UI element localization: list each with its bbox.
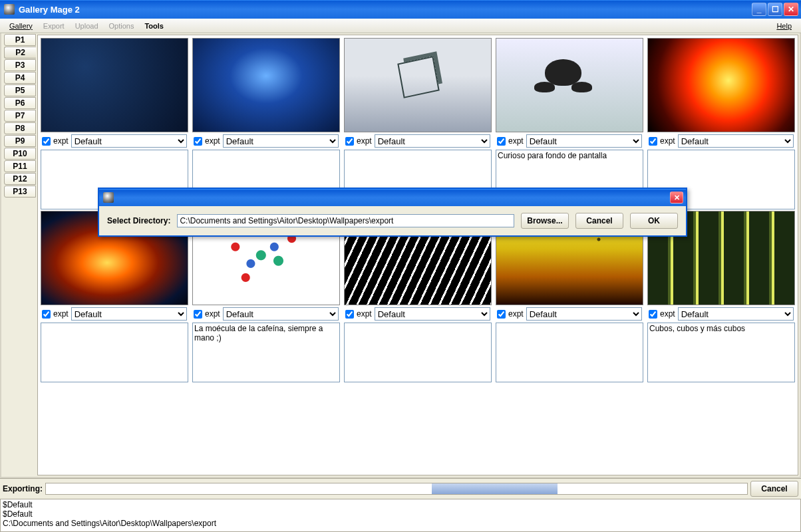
directory-path-input[interactable]: [177, 214, 514, 227]
dialog-close-button[interactable]: ✕: [670, 192, 683, 203]
export-checkbox[interactable]: [497, 310, 506, 319]
gallery-row-1: expt Default expt Default expt: [41, 38, 795, 209]
close-button[interactable]: ✕: [784, 3, 798, 16]
titlebar: Gallery Mage 2 _ ☐ ✕: [0, 0, 801, 19]
thumbnail[interactable]: [344, 38, 492, 132]
menu-tools[interactable]: Tools: [139, 21, 169, 31]
tab-p13[interactable]: P13: [4, 186, 36, 198]
category-select[interactable]: Default: [223, 307, 339, 321]
tab-p7[interactable]: P7: [4, 110, 36, 122]
thumb-cell: expt Default: [647, 38, 795, 209]
export-label: expt: [205, 309, 220, 319]
export-label: expt: [660, 309, 675, 319]
thumb-cell: expt Default: [41, 38, 188, 209]
export-label: expt: [53, 136, 69, 146]
export-label: expt: [205, 136, 220, 146]
export-label: expt: [508, 309, 524, 319]
menu-gallery[interactable]: Gallery: [4, 21, 38, 31]
minimize-button[interactable]: _: [752, 3, 766, 16]
caption-box[interactable]: [344, 323, 492, 382]
menu-upload[interactable]: Upload: [70, 21, 104, 31]
log-line: $Default: [3, 509, 798, 519]
window-title: Gallery Mage 2: [19, 5, 752, 15]
export-label: expt: [508, 136, 524, 146]
category-select[interactable]: Default: [71, 134, 187, 148]
dialog-ok-button[interactable]: OK: [630, 213, 678, 229]
category-select[interactable]: Default: [375, 307, 490, 321]
log-output[interactable]: $Default $Default C:\Documents and Setti…: [0, 499, 801, 532]
exporting-label: Exporting:: [3, 484, 43, 493]
app-icon: [4, 4, 15, 15]
tab-p3[interactable]: P3: [4, 59, 36, 71]
dialog-cancel-button[interactable]: Cancel: [575, 213, 623, 229]
workspace: P1 P2 P3 P4 P5 P6 P7 P8 P9 P10 P11 P12 P…: [0, 33, 801, 478]
tab-p4[interactable]: P4: [4, 72, 36, 84]
menu-export[interactable]: Export: [38, 21, 70, 31]
export-label: expt: [357, 136, 372, 146]
browse-button[interactable]: Browse...: [521, 213, 569, 229]
category-select[interactable]: Default: [678, 134, 794, 148]
dialog-icon: [103, 192, 114, 203]
export-checkbox[interactable]: [42, 137, 51, 146]
status-area: Exporting: Cancel $Default $Default C:\D…: [0, 478, 801, 532]
thumb-cell: expt Default: [192, 38, 340, 209]
export-label: expt: [53, 309, 69, 319]
progress-bar-fill: [432, 483, 558, 494]
category-select[interactable]: Default: [526, 307, 642, 321]
tab-p6[interactable]: P6: [4, 97, 36, 109]
tab-p9[interactable]: P9: [4, 135, 36, 147]
thumbnail[interactable]: [496, 38, 643, 132]
caption-box[interactable]: La moécula de la cafeína, siempre a mano…: [192, 323, 340, 382]
thumbnail[interactable]: [647, 38, 795, 132]
caption-box[interactable]: [41, 323, 188, 382]
menu-help[interactable]: Help: [771, 21, 797, 31]
menu-options[interactable]: Options: [104, 21, 140, 31]
log-line: C:\Documents and Settings\Aitor\Desktop\…: [3, 519, 798, 528]
select-directory-dialog: ✕ Select Directory: Browse... Cancel OK: [98, 188, 687, 237]
category-select[interactable]: Default: [223, 134, 339, 148]
tab-p12[interactable]: P12: [4, 173, 36, 185]
select-directory-label: Select Directory:: [107, 216, 170, 225]
thumbnail[interactable]: [41, 38, 188, 132]
export-checkbox[interactable]: [649, 310, 657, 319]
thumbnail[interactable]: [192, 38, 340, 132]
export-progress: [45, 483, 748, 495]
gallery-area: expt Default expt Default expt: [37, 35, 798, 475]
tab-p5[interactable]: P5: [4, 84, 36, 96]
maximize-button[interactable]: ☐: [768, 3, 782, 16]
export-checkbox[interactable]: [194, 310, 202, 319]
tab-p1[interactable]: P1: [4, 34, 36, 46]
caption-box[interactable]: Cubos, cubos y más cubos: [647, 323, 795, 382]
export-checkbox[interactable]: [345, 310, 354, 319]
tab-p10[interactable]: P10: [4, 148, 36, 160]
tab-p11[interactable]: P11: [4, 160, 36, 172]
export-checkbox[interactable]: [649, 137, 657, 146]
export-label: expt: [660, 136, 675, 146]
export-checkbox[interactable]: [42, 310, 51, 319]
export-checkbox[interactable]: [194, 137, 202, 146]
tab-p8[interactable]: P8: [4, 122, 36, 134]
category-select[interactable]: Default: [678, 307, 794, 321]
log-line: $Default: [3, 500, 798, 509]
export-checkbox[interactable]: [345, 137, 354, 146]
page-tabs: P1 P2 P3 P4 P5 P6 P7 P8 P9 P10 P11 P12 P…: [1, 33, 36, 477]
export-label: expt: [357, 309, 372, 319]
category-select[interactable]: Default: [71, 307, 187, 321]
thumb-cell: expt Default: [344, 38, 492, 209]
tab-p2[interactable]: P2: [4, 47, 36, 59]
category-select[interactable]: Default: [375, 134, 490, 148]
menubar: Gallery Export Upload Options Tools Help: [0, 19, 801, 33]
category-select[interactable]: Default: [526, 134, 642, 148]
export-cancel-button[interactable]: Cancel: [750, 481, 798, 497]
export-checkbox[interactable]: [497, 137, 506, 146]
thumb-cell: expt Default Curioso para fondo de panta…: [496, 38, 643, 209]
caption-box[interactable]: [496, 323, 643, 382]
